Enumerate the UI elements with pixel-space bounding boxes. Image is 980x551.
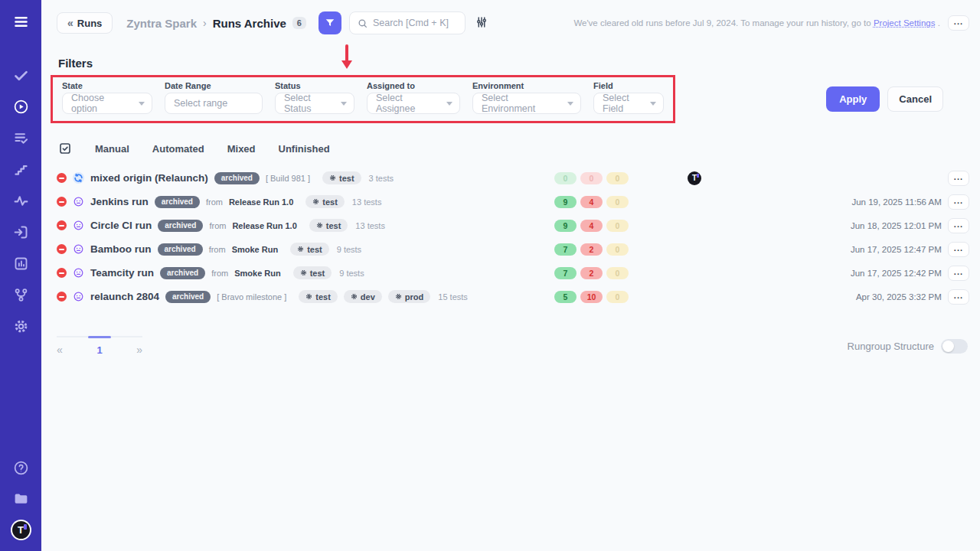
tab-automated[interactable]: Automated <box>152 143 204 155</box>
tab-unfinished[interactable]: Unfinished <box>279 143 330 155</box>
status-select[interactable]: Select Status <box>275 93 354 114</box>
tag-label: dev <box>361 292 375 302</box>
run-row: mixed origin (Relaunch) archived [ Build… <box>41 166 980 190</box>
tag-label: test <box>339 174 354 183</box>
run-tag: test <box>322 171 361 184</box>
filter-funnel-button[interactable] <box>318 11 341 34</box>
branch-git-fork-icon[interactable] <box>11 285 30 304</box>
state-select[interactable]: Choose option <box>62 93 152 114</box>
back-to-runs-button[interactable]: « Runs <box>57 12 113 34</box>
analytics-bar-chart-icon[interactable] <box>11 254 30 272</box>
run-tests-count: 3 tests <box>369 174 394 183</box>
rungroup-structure-toggle[interactable] <box>941 339 968 354</box>
apply-button[interactable]: Apply <box>826 86 880 112</box>
remove-minus-icon[interactable] <box>57 197 67 207</box>
run-result-counts: 0 0 0 <box>554 172 637 184</box>
rungroup-structure-label: Rungroup Structure <box>848 341 934 352</box>
tab-manual[interactable]: Manual <box>95 143 129 155</box>
remove-minus-icon[interactable] <box>57 244 67 254</box>
tests-check-icon[interactable] <box>11 66 30 84</box>
filters-title: Filters <box>58 57 968 70</box>
help-icon[interactable] <box>11 458 30 477</box>
field-select[interactable]: Select Field <box>593 93 664 114</box>
pagination-prev-button[interactable]: « <box>57 344 63 356</box>
project-settings-link[interactable]: Project Settings <box>874 18 936 28</box>
chevrons-left-icon: « <box>67 17 72 29</box>
date-range-input[interactable]: Select range <box>165 93 263 114</box>
filter-field-field: Field Select Field <box>593 81 664 114</box>
pagination-next-button[interactable]: » <box>136 344 142 356</box>
gear-icon <box>300 269 307 276</box>
funnel-icon <box>325 18 335 28</box>
filter-field-environment: Environment Select Environment <box>472 81 581 114</box>
pulse-activity-icon[interactable] <box>11 191 30 210</box>
app-logo[interactable]: T <box>11 520 31 540</box>
run-name[interactable]: Bamboo run <box>90 243 152 255</box>
remove-minus-icon[interactable] <box>57 173 67 183</box>
run-name[interactable]: relaunch 2804 <box>90 291 159 302</box>
gear-icon <box>305 293 312 300</box>
run-result-counts: 5 10 0 <box>554 291 637 303</box>
filter-label: Field <box>593 81 664 90</box>
run-name[interactable]: Circle CI run <box>90 220 152 231</box>
run-row: Bamboo run archived from Smoke Run test … <box>41 237 980 261</box>
menu-icon[interactable] <box>11 12 30 31</box>
assignee-select[interactable]: Select Assignee <box>367 93 460 114</box>
run-name[interactable]: Teamcity run <box>90 267 154 279</box>
adjustments-sliders-icon[interactable] <box>473 15 490 31</box>
automated-run-robot-icon <box>73 291 84 302</box>
remove-minus-icon[interactable] <box>57 292 67 302</box>
gear-icon <box>312 198 319 205</box>
run-source: Release Run 1.0 <box>229 197 293 207</box>
run-row: Jenkins run archived from Release Run 1.… <box>41 190 980 214</box>
folder-icon[interactable] <box>11 489 30 507</box>
remove-minus-icon[interactable] <box>57 268 67 278</box>
import-icon[interactable] <box>11 223 30 241</box>
milestones-stairs-icon[interactable] <box>11 160 30 178</box>
passed-count: 7 <box>554 243 577 256</box>
chevron-down-icon <box>446 102 452 106</box>
archived-badge: archived <box>155 196 200 208</box>
run-source: Smoke Run <box>234 269 281 278</box>
select-all-checkbox-icon[interactable] <box>58 142 72 155</box>
run-more-button[interactable]: ... <box>948 266 969 281</box>
toggle-knob <box>942 341 954 352</box>
header-more-button[interactable]: ... <box>948 15 969 31</box>
pagination-page-1[interactable]: 1 <box>96 344 102 356</box>
filter-label: Status <box>275 81 354 90</box>
rungroup-structure-control: Rungroup Structure <box>848 339 968 354</box>
plans-list-check-icon[interactable] <box>11 129 30 147</box>
filters-actions: Apply Cancel <box>826 86 968 112</box>
runs-play-circle-icon[interactable] <box>11 97 30 116</box>
environment-select[interactable]: Select Environment <box>472 93 581 114</box>
run-tests-count: 13 tests <box>352 197 382 207</box>
select-placeholder: Select Environment <box>482 93 560 114</box>
breadcrumb-page-title: Runs Archive <box>213 17 286 30</box>
run-row: Circle CI run archived from Release Run … <box>41 214 980 237</box>
gear-icon <box>351 293 358 300</box>
remove-minus-icon[interactable] <box>57 220 67 230</box>
search-input[interactable] <box>373 18 457 28</box>
search-box[interactable] <box>349 11 466 34</box>
archived-badge: archived <box>214 172 260 184</box>
automated-run-robot-icon <box>73 196 84 207</box>
tab-mixed[interactable]: Mixed <box>227 143 256 155</box>
settings-gear-icon[interactable] <box>11 317 30 335</box>
select-placeholder: Select Field <box>603 93 642 114</box>
filter-field-assigned-to: Assigned to Select Assignee <box>367 81 460 114</box>
cancel-button[interactable]: Cancel <box>887 86 943 112</box>
breadcrumb-project[interactable]: Zyntra Spark <box>126 17 197 30</box>
passed-count: 9 <box>554 196 577 208</box>
archived-badge: archived <box>158 243 203 256</box>
run-more-button[interactable]: ... <box>948 289 969 305</box>
run-result-counts: 7 2 0 <box>554 267 637 279</box>
run-more-button[interactable]: ... <box>948 194 969 210</box>
run-tag: test <box>309 219 348 232</box>
run-more-button[interactable]: ... <box>948 218 969 233</box>
chevron-down-icon <box>650 102 656 106</box>
run-more-button[interactable]: ... <box>948 242 969 257</box>
run-name[interactable]: mixed origin (Relaunch) <box>90 172 208 184</box>
run-name[interactable]: Jenkins run <box>90 196 149 207</box>
skipped-count: 0 <box>606 291 629 303</box>
run-more-button[interactable]: ... <box>948 171 969 186</box>
